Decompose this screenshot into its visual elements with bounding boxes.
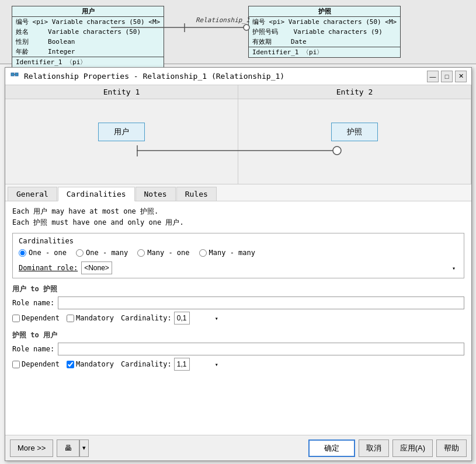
diagram-entity-passport: 护照 编号 <pi> Variable characters (50) <M> … (248, 6, 401, 58)
description-line2: Each 护照 must have one and only one 用户. (12, 217, 464, 228)
cardinality-radio-row: One - one One - many Many - one Many - m… (19, 249, 458, 257)
user-mandatory-checkbox[interactable] (67, 315, 74, 322)
entity1-panel: Entity 1 用户 (5, 85, 238, 184)
description-line1: Each 用户 may have at most one 护照. (12, 206, 464, 217)
entity-user-id: Identifier_1 〈pi〉 (12, 57, 164, 67)
confirm-button[interactable]: 确定 (308, 439, 355, 457)
user-role-name-input[interactable] (58, 296, 464, 309)
user-dependent-checkbox[interactable] (12, 315, 20, 322)
entity-passport-title: 护照 (249, 6, 400, 17)
passport-dependent-label[interactable]: Dependent (12, 360, 60, 368)
entity-user-row2: 姓名 Variable characters (50) (12, 27, 164, 37)
entity-passport-id: Identifier_1 〈pi〉 (249, 47, 400, 57)
radio-one-one[interactable]: One - one (19, 249, 67, 257)
passport-role-name-input[interactable] (58, 343, 464, 355)
passport-to-user-section: 护照 to 用户 Role name: Dependent Mandatory … (12, 330, 464, 371)
svg-text:Relationship_1: Relationship_1 (196, 16, 250, 24)
entity1-header: Entity 1 (5, 85, 238, 99)
cancel-button[interactable]: 取消 (359, 439, 389, 457)
user-cardinality-label: Cardinality: (121, 314, 172, 322)
passport-mandatory-text: Mandatory (76, 360, 114, 368)
print-dropdown-button[interactable]: ▾ (79, 439, 89, 457)
user-mandatory-label[interactable]: Mandatory (67, 314, 114, 322)
more-button[interactable]: More >> (10, 439, 53, 457)
content-area: Each 用户 may have at most one 护照. Each 护照… (5, 201, 471, 435)
passport-cardinality-label: Cardinality: (121, 360, 172, 368)
tabs-bar: General Cardinalities Notes Rules (5, 184, 471, 201)
relationship-properties-dialog: Relationship Properties - Relationship_1… (5, 67, 472, 461)
passport-cardinality-select-wrapper[interactable]: 1,1 (174, 358, 221, 371)
passport-mandatory-label[interactable]: Mandatory (67, 360, 114, 368)
background-diagram: 用户 编号 <pi> Variable characters (50) <M> … (0, 0, 476, 64)
radio-one-many[interactable]: One - many (76, 249, 128, 257)
passport-role-name-label: Role name: (12, 345, 54, 353)
radio-one-many-label: One - many (86, 249, 128, 257)
user-role-name-row: Role name: (12, 296, 464, 309)
diagram-entity-user: 用户 编号 <pi> Variable characters (50) <M> … (12, 6, 164, 68)
passport-to-user-title: 护照 to 用户 (12, 330, 464, 340)
entity-user-title: 用户 (12, 6, 164, 17)
entity2-panel: Entity 2 护照 (238, 85, 471, 184)
tab-general[interactable]: General (8, 187, 57, 201)
radio-one-one-label: One - one (29, 249, 67, 257)
help-button[interactable]: 帮助 (436, 439, 467, 457)
dominant-role-select[interactable]: <None> (81, 261, 112, 274)
radio-many-many[interactable]: Many - many (199, 249, 255, 257)
dialog-title: Relationship Properties - Relationship_1… (24, 72, 284, 81)
passport-mandatory-checkbox[interactable] (67, 361, 74, 368)
entity-passport-row2: 护照号码 Variable characters (9) (249, 27, 400, 37)
entity-user-row1: 编号 <pi> Variable characters (50) <M> (12, 17, 164, 27)
entity-user-row4: 年龄 Integer (12, 47, 164, 57)
dominant-role-wrapper[interactable]: <None> (81, 261, 458, 274)
entity-user-row3: 性别 Boolean (12, 37, 164, 47)
print-icon: 🖶 (64, 444, 72, 452)
user-role-name-label: Role name: (12, 299, 54, 307)
user-checkbox-row: Dependent Mandatory Cardinality: 0,1 (12, 312, 464, 325)
maximize-button[interactable]: □ (441, 71, 453, 82)
tab-cardinalities[interactable]: Cardinalities (58, 187, 135, 201)
entity1-box: 用户 (98, 123, 145, 141)
user-cardinality-select-wrapper[interactable]: 0,1 (174, 312, 221, 325)
passport-dependent-checkbox[interactable] (12, 361, 20, 368)
minimize-button[interactable]: — (427, 71, 439, 82)
dialog-icon (10, 72, 19, 81)
svg-rect-6 (15, 73, 18, 76)
svg-rect-5 (11, 73, 14, 76)
print-group: 🖶 ▾ (57, 439, 89, 457)
user-dependent-text: Dependent (22, 314, 60, 322)
passport-role-name-row: Role name: (12, 343, 464, 355)
cardinalities-group: Cardinalities One - one One - many Many … (12, 233, 464, 278)
title-controls: — □ ✕ (427, 71, 467, 82)
user-to-passport-section: 用户 to 护照 Role name: Dependent Mandatory … (12, 284, 464, 325)
apply-button[interactable]: 应用(A) (392, 439, 433, 457)
passport-dependent-text: Dependent (22, 360, 60, 368)
passport-cardinality-wrapper: Cardinality: 1,1 (121, 358, 221, 371)
tab-rules[interactable]: Rules (176, 187, 217, 201)
dominant-role-row: Dominant role: <None> (19, 261, 458, 274)
radio-many-many-label: Many - many (209, 249, 255, 257)
passport-cardinality-select[interactable]: 1,1 (174, 358, 190, 371)
passport-checkbox-row: Dependent Mandatory Cardinality: 1,1 (12, 358, 464, 371)
tab-notes[interactable]: Notes (135, 187, 176, 201)
user-mandatory-text: Mandatory (76, 314, 114, 322)
entity-diagram-panel: Entity 1 用户 Entity 2 护照 (5, 85, 471, 184)
title-bar-left: Relationship Properties - Relationship_1… (10, 72, 284, 81)
entity-passport-row3: 有效期 Date (249, 37, 400, 47)
close-button[interactable]: ✕ (455, 71, 467, 82)
radio-many-one[interactable]: Many - one (137, 249, 189, 257)
title-bar: Relationship Properties - Relationship_1… (5, 68, 471, 85)
print-button[interactable]: 🖶 (57, 439, 79, 457)
dominant-role-label: Dominant role: (19, 264, 78, 272)
user-dependent-label[interactable]: Dependent (12, 314, 60, 322)
user-cardinality-select[interactable]: 0,1 (174, 312, 190, 325)
cardinalities-label: Cardinalities (19, 237, 458, 245)
bottom-bar: More >> 🖶 ▾ 确定 取消 应用(A) 帮助 (5, 435, 471, 460)
user-cardinality-wrapper: Cardinality: 0,1 (121, 312, 221, 325)
entity2-box: 护照 (331, 123, 378, 141)
entity-passport-row1: 编号 <pi> Variable characters (50) <M> (249, 17, 400, 27)
description-text: Each 用户 may have at most one 护照. Each 护照… (12, 206, 464, 228)
radio-many-one-label: Many - one (147, 249, 189, 257)
entity2-header: Entity 2 (238, 85, 471, 99)
user-to-passport-title: 用户 to 护照 (12, 284, 464, 294)
